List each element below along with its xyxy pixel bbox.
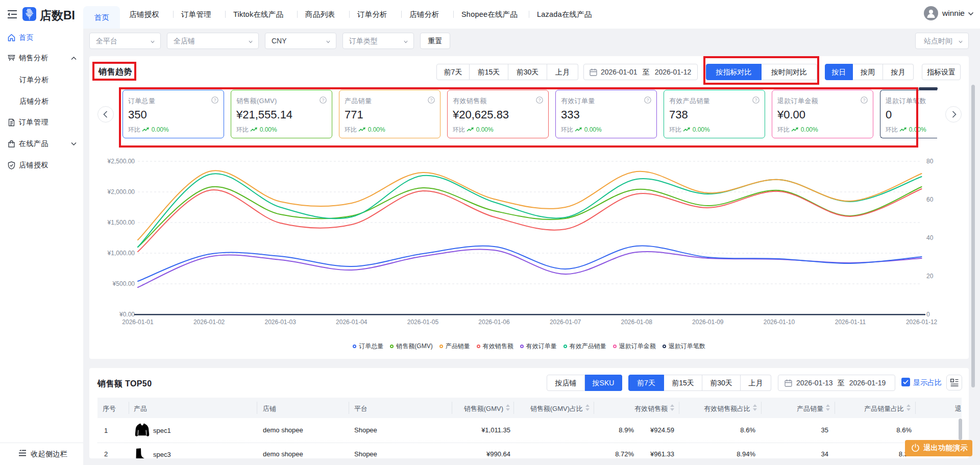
svg-text:2026-01-09: 2026-01-09 (692, 319, 724, 326)
svg-text:2026-01-07: 2026-01-07 (550, 319, 581, 326)
svg-text:2026-01-04: 2026-01-04 (336, 319, 368, 326)
svg-text:¥500.00: ¥500.00 (112, 280, 135, 287)
svg-text:2026-01-12: 2026-01-12 (906, 319, 938, 326)
svg-text:¥2,000.00: ¥2,000.00 (107, 188, 135, 195)
svg-text:2026-01-02: 2026-01-02 (193, 319, 225, 326)
svg-text:60: 60 (926, 196, 934, 203)
svg-text:0: 0 (926, 311, 930, 318)
svg-text:¥0.00: ¥0.00 (119, 311, 135, 318)
svg-text:2026-01-08: 2026-01-08 (621, 319, 653, 326)
svg-text:2026-01-03: 2026-01-03 (265, 319, 297, 326)
svg-text:2026-01-05: 2026-01-05 (407, 319, 439, 326)
svg-text:¥1,000.00: ¥1,000.00 (107, 250, 135, 257)
svg-text:40: 40 (926, 234, 934, 241)
svg-text:2026-01-10: 2026-01-10 (764, 319, 795, 326)
svg-text:2026-01-06: 2026-01-06 (478, 319, 510, 326)
svg-text:2026-01-11: 2026-01-11 (835, 319, 866, 326)
svg-text:80: 80 (926, 158, 934, 165)
svg-text:2026-01-01: 2026-01-01 (122, 319, 154, 326)
svg-text:20: 20 (926, 273, 934, 280)
svg-text:¥2,500.00: ¥2,500.00 (107, 158, 135, 165)
svg-text:¥1,500.00: ¥1,500.00 (107, 219, 135, 226)
